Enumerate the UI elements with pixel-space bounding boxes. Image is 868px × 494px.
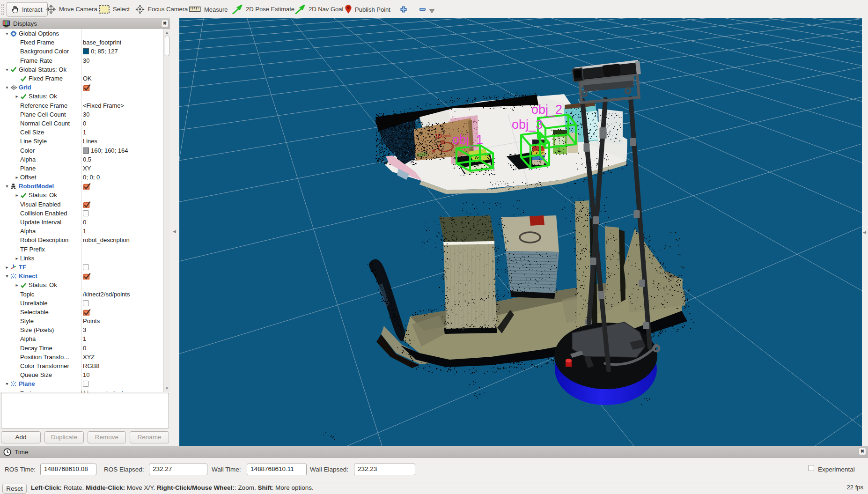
- svg-text:obj_1: obj_1: [452, 133, 483, 147]
- svg-text:obj_3: obj_3: [512, 118, 543, 132]
- svg-text:obj_2: obj_2: [531, 103, 562, 117]
